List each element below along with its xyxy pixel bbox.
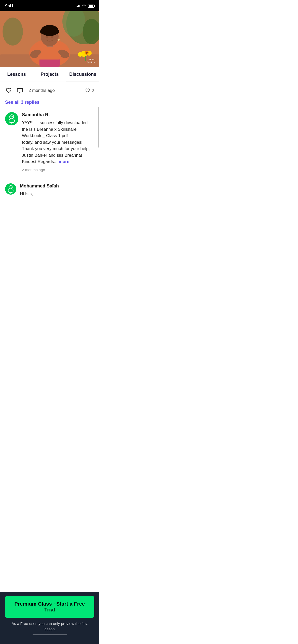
tab-discussions[interactable]: Discussions [66, 67, 99, 81]
svg-point-4 [3, 18, 23, 46]
svg-point-13 [46, 36, 48, 38]
action-left: 2 months ago [5, 87, 55, 94]
tab-lessons[interactable]: Lessons [0, 67, 33, 81]
comment-body-samantha: Samantha R. YAY!!! - I successfully down… [22, 112, 94, 172]
svg-point-24 [86, 52, 88, 54]
wifi-icon [82, 4, 86, 8]
svg-point-25 [58, 39, 60, 41]
signal-bars-icon [76, 5, 80, 7]
avatar-mohammed-icon [5, 183, 16, 195]
svg-point-17 [30, 53, 38, 58]
hero-illustration [0, 11, 99, 67]
scrollbar-indicator[interactable] [98, 107, 99, 148]
svg-point-32 [10, 187, 10, 187]
svg-point-29 [12, 116, 13, 117]
heart-icon[interactable] [5, 87, 12, 94]
comment-text-mohammed: Hi Isis, [20, 191, 94, 197]
status-time: 9:41 [5, 4, 13, 9]
tab-projects[interactable]: Projects [33, 67, 66, 81]
status-icons [76, 4, 94, 8]
comment-timestamp: 2 months ago [29, 88, 55, 93]
status-bar: 9:41 [0, 0, 99, 11]
tabs-container: Lessons Projects Discussions [0, 67, 99, 81]
svg-point-21 [78, 52, 83, 57]
avatar-mohammed [5, 183, 16, 195]
read-more-link[interactable]: more [59, 159, 70, 164]
commenter-name-samantha: Samantha R. [22, 112, 94, 118]
svg-point-18 [61, 53, 69, 58]
comment-action-row: 2 months ago 2 [0, 81, 99, 99]
svg-point-12 [40, 28, 59, 35]
like-count-heart-icon [85, 88, 90, 93]
see-all-replies[interactable]: See all 3 replies [0, 99, 99, 110]
battery-icon [88, 5, 94, 8]
commenter-name-mohammed: Mohammed Saïah [20, 183, 94, 189]
svg-point-33 [11, 187, 11, 187]
avatar-samantha-icon [5, 112, 18, 125]
discussions-content: 2 months ago 2 See all 3 replies [0, 81, 99, 206]
skillshare-watermark: SKILL SHAre. [87, 58, 96, 64]
reply-comment-samantha: Samantha R. YAY!!! - I successfully down… [0, 110, 99, 178]
like-count: 2 [85, 88, 94, 93]
comment-text-samantha: YAY!!! - I successfully downloaded the I… [22, 120, 94, 165]
comment-mohammed: Mohammed Saïah Hi Isis, [0, 178, 99, 206]
reply-timestamp-samantha: 2 months ago [22, 168, 94, 172]
comment-body-mohammed: Mohammed Saïah Hi Isis, [20, 183, 94, 200]
see-all-replies-link[interactable]: See all 3 replies [5, 100, 39, 105]
svg-point-28 [11, 116, 11, 117]
hero-image: SKILL SHAre. [0, 11, 99, 67]
avatar-samantha [5, 112, 18, 125]
comment-bubble-icon[interactable] [16, 87, 23, 94]
svg-point-14 [51, 36, 53, 38]
svg-rect-22 [85, 56, 86, 61]
